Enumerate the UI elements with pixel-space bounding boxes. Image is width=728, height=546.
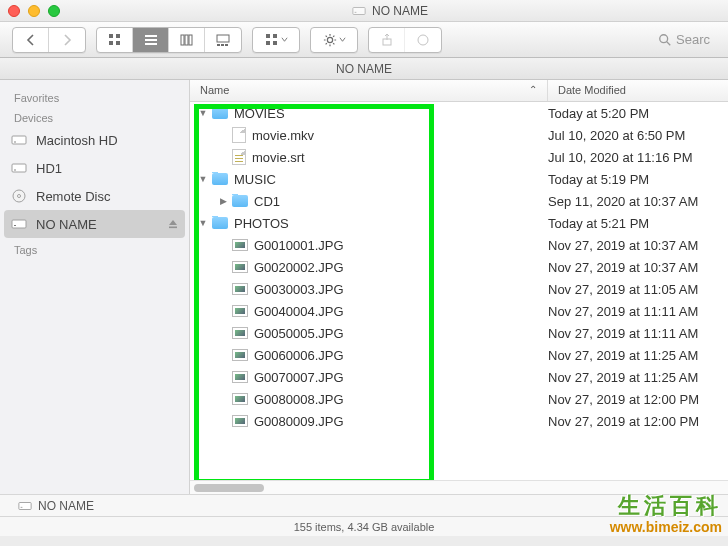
image-icon — [232, 415, 248, 427]
list-row[interactable]: G0040004.JPGNov 27, 2019 at 11:11 AM — [190, 300, 728, 322]
svg-rect-18 — [266, 41, 270, 45]
status-bar: 155 items, 4.34 GB available — [0, 516, 728, 536]
file-name: G0020002.JPG — [254, 260, 344, 275]
svg-rect-0 — [353, 7, 365, 14]
list-row[interactable]: G0020002.JPGNov 27, 2019 at 10:37 AM — [190, 256, 728, 278]
sidebar-section-label: Devices — [0, 106, 189, 126]
footer-path-text: NO NAME — [38, 499, 94, 513]
rows-container: ▼MOVIESToday at 5:20 PMmovie.mkvJul 10, … — [190, 102, 728, 480]
search-field[interactable]: Searc — [652, 28, 716, 51]
image-icon — [232, 283, 248, 295]
list-row[interactable]: G0010001.JPGNov 27, 2019 at 10:37 AM — [190, 234, 728, 256]
svg-rect-12 — [217, 35, 229, 42]
file-name: G0070007.JPG — [254, 370, 344, 385]
list-row[interactable]: movie.mkvJul 10, 2020 at 6:50 PM — [190, 124, 728, 146]
file-name: G0050005.JPG — [254, 326, 344, 341]
svg-point-30 — [18, 195, 21, 198]
image-icon — [232, 261, 248, 273]
file-date: Nov 27, 2019 at 12:00 PM — [548, 392, 728, 407]
svg-rect-32 — [14, 225, 16, 226]
path-bar-text: NO NAME — [336, 62, 392, 76]
share-button[interactable] — [369, 28, 405, 52]
list-row[interactable]: G0060006.JPGNov 27, 2019 at 11:25 AM — [190, 344, 728, 366]
file-date: Sep 11, 2020 at 10:37 AM — [548, 194, 728, 209]
folder-icon — [212, 107, 228, 119]
svg-rect-34 — [19, 502, 31, 509]
view-gallery-button[interactable] — [205, 28, 241, 52]
sidebar-item-label: NO NAME — [36, 217, 97, 232]
tag-icon — [416, 33, 430, 47]
scrollbar-thumb[interactable] — [194, 484, 264, 492]
disc-icon — [10, 187, 28, 205]
svg-rect-17 — [273, 34, 277, 38]
svg-rect-10 — [185, 35, 188, 45]
svg-rect-5 — [116, 41, 120, 45]
folder-icon — [212, 173, 228, 185]
list-row[interactable]: G0070007.JPGNov 27, 2019 at 11:25 AM — [190, 366, 728, 388]
list-row[interactable]: ▼MUSICToday at 5:19 PM — [190, 168, 728, 190]
svg-rect-1 — [355, 11, 357, 12]
file-date: Today at 5:19 PM — [548, 172, 728, 187]
svg-rect-19 — [273, 41, 277, 45]
sidebar-item[interactable]: Remote Disc — [0, 182, 189, 210]
file-date: Nov 27, 2019 at 12:00 PM — [548, 414, 728, 429]
path-bar: NO NAME — [0, 58, 728, 80]
main-area: FavoritesDevicesMacintosh HDHD1Remote Di… — [0, 80, 728, 494]
svg-point-28 — [14, 169, 16, 171]
forward-button[interactable] — [49, 28, 85, 52]
maximize-icon[interactable] — [48, 5, 60, 17]
view-icons-button[interactable] — [97, 28, 133, 52]
view-column-button[interactable] — [169, 28, 205, 52]
folder-icon — [212, 217, 228, 229]
close-icon[interactable] — [8, 5, 20, 17]
toolbar: Searc — [0, 22, 728, 58]
svg-point-20 — [327, 37, 332, 42]
horizontal-scrollbar[interactable] — [190, 480, 728, 494]
svg-point-23 — [660, 34, 668, 42]
footer-path: NO NAME — [0, 494, 728, 516]
list-row[interactable]: G0030003.JPGNov 27, 2019 at 11:05 AM — [190, 278, 728, 300]
file-name: G0080009.JPG — [254, 414, 344, 429]
back-button[interactable] — [13, 28, 49, 52]
file-date: Nov 27, 2019 at 11:05 AM — [548, 282, 728, 297]
list-row[interactable]: ▼PHOTOSToday at 5:21 PM — [190, 212, 728, 234]
sidebar-item-label: HD1 — [36, 161, 62, 176]
list-row[interactable]: ▶CD1Sep 11, 2020 at 10:37 AM — [190, 190, 728, 212]
subtitle-file-icon — [232, 149, 246, 165]
list-row[interactable]: movie.srtJul 10, 2020 at 11:16 PM — [190, 146, 728, 168]
svg-rect-6 — [145, 35, 157, 37]
sidebar-section-label: Tags — [0, 238, 189, 258]
column-date[interactable]: Date Modified — [548, 80, 728, 101]
disclosure-open-icon[interactable]: ▼ — [198, 218, 208, 228]
list-row[interactable]: ▼MOVIESToday at 5:20 PM — [190, 102, 728, 124]
file-date: Jul 10, 2020 at 11:16 PM — [548, 150, 728, 165]
list-row[interactable]: G0080008.JPGNov 27, 2019 at 12:00 PM — [190, 388, 728, 410]
disclosure-open-icon[interactable]: ▼ — [198, 174, 208, 184]
hdd-icon — [10, 159, 28, 177]
svg-rect-25 — [12, 136, 26, 144]
view-group — [96, 27, 242, 53]
sidebar-item[interactable]: HD1 — [0, 154, 189, 182]
file-name: CD1 — [254, 194, 280, 209]
view-list-button[interactable] — [133, 28, 169, 52]
action-button[interactable] — [311, 28, 357, 52]
tags-button[interactable] — [405, 28, 441, 52]
disclosure-closed-icon[interactable]: ▶ — [218, 196, 228, 206]
arrange-button[interactable] — [253, 28, 299, 52]
sidebar-item[interactable]: NO NAME — [4, 210, 185, 238]
status-text: 155 items, 4.34 GB available — [294, 521, 435, 533]
minimize-icon[interactable] — [28, 5, 40, 17]
disclosure-open-icon[interactable]: ▼ — [198, 108, 208, 118]
svg-rect-4 — [109, 41, 113, 45]
eject-icon[interactable] — [167, 218, 179, 230]
svg-rect-3 — [116, 34, 120, 38]
svg-point-26 — [14, 141, 16, 143]
sidebar-item[interactable]: Macintosh HD — [0, 126, 189, 154]
search-placeholder: Searc — [676, 32, 710, 47]
list-row[interactable]: G0050005.JPGNov 27, 2019 at 11:11 AM — [190, 322, 728, 344]
column-name[interactable]: Name ⌃ — [190, 80, 548, 101]
svg-rect-14 — [221, 44, 224, 46]
svg-rect-8 — [145, 43, 157, 45]
file-date: Nov 27, 2019 at 11:11 AM — [548, 326, 728, 341]
list-row[interactable]: G0080009.JPGNov 27, 2019 at 12:00 PM — [190, 410, 728, 432]
